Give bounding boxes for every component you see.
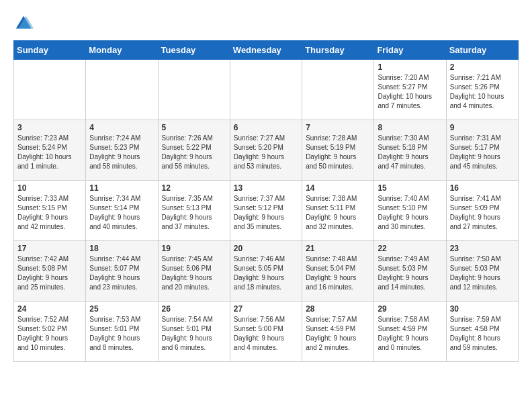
day-info: Sunrise: 7:56 AM Sunset: 5:00 PM Dayligh… xyxy=(234,315,298,353)
day-number: 30 xyxy=(450,304,515,314)
day-cell: 25Sunrise: 7:53 AM Sunset: 5:01 PM Dayli… xyxy=(86,302,158,362)
day-cell: 14Sunrise: 7:38 AM Sunset: 5:11 PM Dayli… xyxy=(302,181,374,241)
day-number: 20 xyxy=(234,244,298,253)
day-number: 15 xyxy=(378,183,442,193)
day-cell: 3Sunrise: 7:23 AM Sunset: 5:24 PM Daylig… xyxy=(14,120,86,181)
week-row-1: 1Sunrise: 7:20 AM Sunset: 5:27 PM Daylig… xyxy=(14,60,519,120)
day-cell: 7Sunrise: 7:28 AM Sunset: 5:19 PM Daylig… xyxy=(302,120,374,181)
day-info: Sunrise: 7:45 AM Sunset: 5:06 PM Dayligh… xyxy=(162,255,226,292)
day-number: 26 xyxy=(162,304,226,314)
day-cell: 11Sunrise: 7:34 AM Sunset: 5:14 PM Dayli… xyxy=(86,181,158,241)
calendar-header: SundayMondayTuesdayWednesdayThursdayFrid… xyxy=(14,41,519,60)
day-cell: 20Sunrise: 7:46 AM Sunset: 5:05 PM Dayli… xyxy=(230,241,302,302)
day-info: Sunrise: 7:54 AM Sunset: 5:01 PM Dayligh… xyxy=(162,315,226,353)
day-info: Sunrise: 7:41 AM Sunset: 5:09 PM Dayligh… xyxy=(450,194,515,232)
day-info: Sunrise: 7:38 AM Sunset: 5:11 PM Dayligh… xyxy=(306,194,370,232)
day-info: Sunrise: 7:48 AM Sunset: 5:04 PM Dayligh… xyxy=(306,255,370,292)
day-info: Sunrise: 7:59 AM Sunset: 4:58 PM Dayligh… xyxy=(450,315,515,353)
day-number: 19 xyxy=(162,244,226,253)
calendar-table: SundayMondayTuesdayWednesdayThursdayFrid… xyxy=(13,40,519,362)
day-number: 3 xyxy=(17,123,82,132)
header-cell-sunday: Sunday xyxy=(14,41,86,60)
day-cell: 22Sunrise: 7:49 AM Sunset: 5:03 PM Dayli… xyxy=(374,241,446,302)
day-info: Sunrise: 7:37 AM Sunset: 5:12 PM Dayligh… xyxy=(234,194,298,232)
day-cell: 18Sunrise: 7:44 AM Sunset: 5:07 PM Dayli… xyxy=(86,241,158,302)
day-number: 2 xyxy=(450,62,515,72)
header-cell-wednesday: Wednesday xyxy=(230,41,302,60)
day-info: Sunrise: 7:27 AM Sunset: 5:20 PM Dayligh… xyxy=(234,134,298,171)
day-number: 23 xyxy=(450,244,515,253)
day-number: 25 xyxy=(89,304,154,314)
day-info: Sunrise: 7:49 AM Sunset: 5:03 PM Dayligh… xyxy=(378,255,442,292)
week-row-3: 10Sunrise: 7:33 AM Sunset: 5:15 PM Dayli… xyxy=(14,181,519,241)
day-cell: 21Sunrise: 7:48 AM Sunset: 5:04 PM Dayli… xyxy=(302,241,374,302)
day-info: Sunrise: 7:40 AM Sunset: 5:10 PM Dayligh… xyxy=(378,194,442,232)
day-cell: 29Sunrise: 7:58 AM Sunset: 4:59 PM Dayli… xyxy=(374,302,446,362)
day-cell: 15Sunrise: 7:40 AM Sunset: 5:10 PM Dayli… xyxy=(374,181,446,241)
day-cell: 5Sunrise: 7:26 AM Sunset: 5:22 PM Daylig… xyxy=(158,120,230,181)
day-info: Sunrise: 7:24 AM Sunset: 5:23 PM Dayligh… xyxy=(89,134,154,171)
day-cell: 10Sunrise: 7:33 AM Sunset: 5:15 PM Dayli… xyxy=(14,181,86,241)
day-number: 9 xyxy=(450,123,515,132)
header-cell-friday: Friday xyxy=(374,41,446,60)
day-info: Sunrise: 7:30 AM Sunset: 5:18 PM Dayligh… xyxy=(378,134,442,171)
day-info: Sunrise: 7:46 AM Sunset: 5:05 PM Dayligh… xyxy=(234,255,298,292)
day-number: 7 xyxy=(306,123,370,132)
day-cell xyxy=(302,60,374,120)
day-cell: 23Sunrise: 7:50 AM Sunset: 5:03 PM Dayli… xyxy=(446,241,518,302)
day-cell: 24Sunrise: 7:52 AM Sunset: 5:02 PM Dayli… xyxy=(14,302,86,362)
day-number: 17 xyxy=(17,244,82,253)
day-info: Sunrise: 7:52 AM Sunset: 5:02 PM Dayligh… xyxy=(17,315,82,353)
day-number: 28 xyxy=(306,304,370,314)
day-cell: 26Sunrise: 7:54 AM Sunset: 5:01 PM Dayli… xyxy=(158,302,230,362)
day-info: Sunrise: 7:53 AM Sunset: 5:01 PM Dayligh… xyxy=(89,315,154,353)
week-row-4: 17Sunrise: 7:42 AM Sunset: 5:08 PM Dayli… xyxy=(14,241,519,302)
day-info: Sunrise: 7:57 AM Sunset: 4:59 PM Dayligh… xyxy=(306,315,370,353)
page-header xyxy=(13,13,519,34)
day-number: 18 xyxy=(89,244,154,253)
day-info: Sunrise: 7:50 AM Sunset: 5:03 PM Dayligh… xyxy=(450,255,515,292)
day-number: 29 xyxy=(378,304,442,314)
header-row: SundayMondayTuesdayWednesdayThursdayFrid… xyxy=(14,41,519,60)
day-cell xyxy=(230,60,302,120)
header-cell-monday: Monday xyxy=(86,41,158,60)
day-info: Sunrise: 7:31 AM Sunset: 5:17 PM Dayligh… xyxy=(450,134,515,171)
day-cell xyxy=(86,60,158,120)
day-info: Sunrise: 7:35 AM Sunset: 5:13 PM Dayligh… xyxy=(162,194,226,232)
day-number: 22 xyxy=(378,244,442,253)
day-info: Sunrise: 7:42 AM Sunset: 5:08 PM Dayligh… xyxy=(17,255,82,292)
day-number: 16 xyxy=(450,183,515,193)
day-cell: 8Sunrise: 7:30 AM Sunset: 5:18 PM Daylig… xyxy=(374,120,446,181)
day-number: 12 xyxy=(162,183,226,193)
day-cell: 17Sunrise: 7:42 AM Sunset: 5:08 PM Dayli… xyxy=(14,241,86,302)
day-number: 14 xyxy=(306,183,370,193)
day-info: Sunrise: 7:20 AM Sunset: 5:27 PM Dayligh… xyxy=(378,73,442,111)
day-info: Sunrise: 7:26 AM Sunset: 5:22 PM Dayligh… xyxy=(162,134,226,171)
day-cell: 2Sunrise: 7:21 AM Sunset: 5:26 PM Daylig… xyxy=(446,60,518,120)
day-number: 10 xyxy=(17,183,82,193)
header-cell-thursday: Thursday xyxy=(302,41,374,60)
day-info: Sunrise: 7:21 AM Sunset: 5:26 PM Dayligh… xyxy=(450,73,515,111)
day-cell: 16Sunrise: 7:41 AM Sunset: 5:09 PM Dayli… xyxy=(446,181,518,241)
day-number: 13 xyxy=(234,183,298,193)
day-number: 27 xyxy=(234,304,298,314)
day-cell: 30Sunrise: 7:59 AM Sunset: 4:58 PM Dayli… xyxy=(446,302,518,362)
logo-icon xyxy=(13,13,34,34)
day-cell xyxy=(158,60,230,120)
day-number: 1 xyxy=(378,62,442,72)
calendar-body: 1Sunrise: 7:20 AM Sunset: 5:27 PM Daylig… xyxy=(14,60,519,362)
day-number: 8 xyxy=(378,123,442,132)
day-info: Sunrise: 7:34 AM Sunset: 5:14 PM Dayligh… xyxy=(89,194,154,232)
day-cell: 19Sunrise: 7:45 AM Sunset: 5:06 PM Dayli… xyxy=(158,241,230,302)
day-cell: 27Sunrise: 7:56 AM Sunset: 5:00 PM Dayli… xyxy=(230,302,302,362)
day-cell: 12Sunrise: 7:35 AM Sunset: 5:13 PM Dayli… xyxy=(158,181,230,241)
day-info: Sunrise: 7:28 AM Sunset: 5:19 PM Dayligh… xyxy=(306,134,370,171)
day-cell: 1Sunrise: 7:20 AM Sunset: 5:27 PM Daylig… xyxy=(374,60,446,120)
day-info: Sunrise: 7:23 AM Sunset: 5:24 PM Dayligh… xyxy=(17,134,82,171)
day-cell: 4Sunrise: 7:24 AM Sunset: 5:23 PM Daylig… xyxy=(86,120,158,181)
day-cell xyxy=(14,60,86,120)
day-cell: 13Sunrise: 7:37 AM Sunset: 5:12 PM Dayli… xyxy=(230,181,302,241)
day-info: Sunrise: 7:58 AM Sunset: 4:59 PM Dayligh… xyxy=(378,315,442,353)
day-number: 5 xyxy=(162,123,226,132)
week-row-2: 3Sunrise: 7:23 AM Sunset: 5:24 PM Daylig… xyxy=(14,120,519,181)
